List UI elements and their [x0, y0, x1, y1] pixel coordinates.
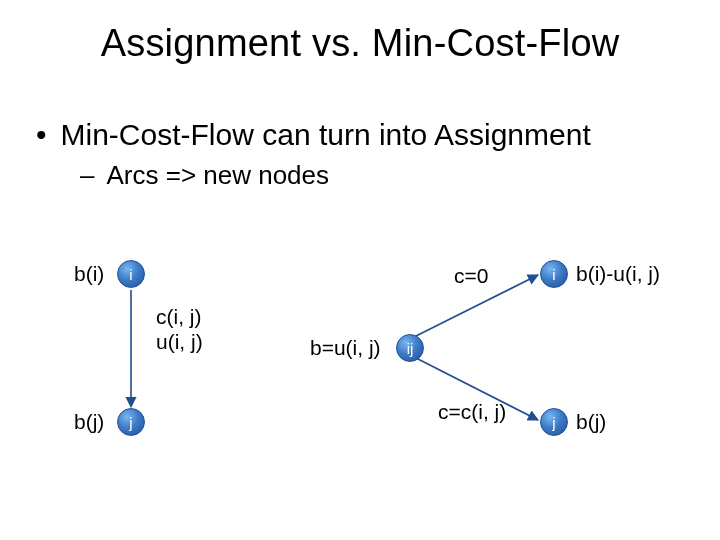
diagram-stage: i b(i) j b(j) c(i, j) u(i, j) i b(i)-u(i…	[0, 250, 720, 510]
arrows-layer	[0, 250, 720, 510]
label-bj-right: b(j)	[576, 410, 606, 434]
label-c0: c=0	[454, 264, 488, 288]
node-ij: ij	[396, 334, 424, 362]
label-ccij: c=c(i, j)	[438, 400, 506, 424]
label-uij: u(i, j)	[156, 330, 203, 354]
bullet-main: Min-Cost-Flow can turn into Assignment	[36, 118, 591, 152]
label-cij: c(i, j)	[156, 305, 202, 329]
node-j: j	[117, 408, 145, 436]
node-i: i	[117, 260, 145, 288]
node-j-right: j	[540, 408, 568, 436]
label-bj: b(j)	[74, 410, 104, 434]
node-i-right: i	[540, 260, 568, 288]
bullet-sub: Arcs => new nodes	[80, 160, 329, 191]
label-bi: b(i)	[74, 262, 104, 286]
slide-title: Assignment vs. Min-Cost-Flow	[0, 0, 720, 65]
label-b-uij: b=u(i, j)	[310, 336, 381, 360]
label-bi-uij: b(i)-u(i, j)	[576, 262, 660, 286]
